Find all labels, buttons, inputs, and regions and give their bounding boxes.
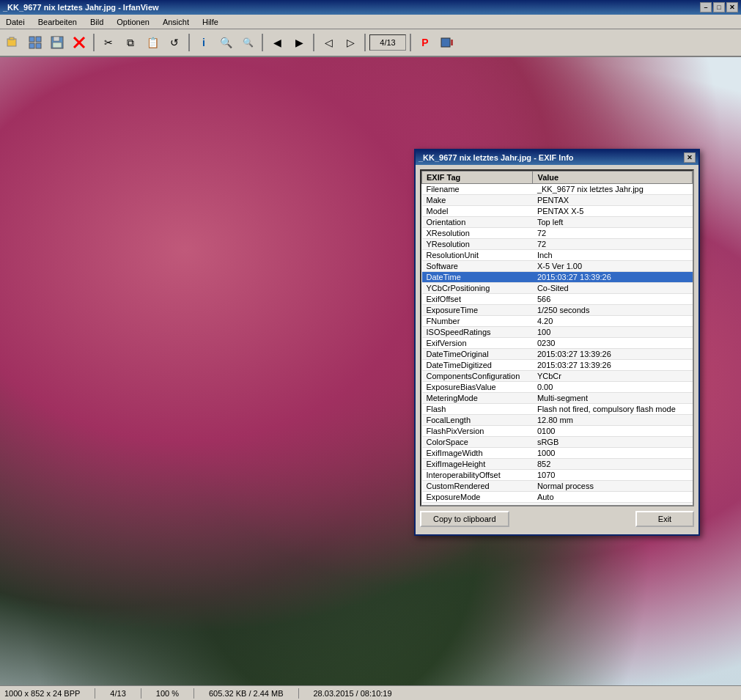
exif-tag-cell: ExifImageWidth — [422, 448, 533, 459]
exif-value-cell: _KK_9677 nix letztes Jahr.jpg — [533, 184, 693, 195]
page-input[interactable] — [369, 34, 406, 51]
cut-button[interactable]: ✂ — [98, 32, 119, 53]
menu-datei[interactable]: Datei — [3, 16, 28, 28]
table-row[interactable]: SoftwareX-5 Ver 1.00 — [422, 261, 693, 272]
exif-tag-cell: Make — [422, 195, 533, 206]
exif-tag-cell: FNumber — [422, 316, 533, 327]
exif-value-cell: 2015:03:27 13:39:26 — [533, 349, 693, 360]
table-row[interactable]: FlashPixVersion0100 — [422, 426, 693, 437]
table-row[interactable]: ExifImageWidth1000 — [422, 448, 693, 459]
exit-button[interactable]: Exit — [635, 511, 694, 527]
table-row[interactable]: DateTimeOriginal2015:03:27 13:39:26 — [422, 349, 693, 360]
next-button[interactable]: ▶ — [289, 32, 309, 53]
exif-value-cell: Normal process — [533, 481, 693, 492]
status-sep-4 — [298, 688, 299, 699]
prev-dir-button[interactable]: ◁ — [318, 32, 339, 53]
exif-buttons-row: Copy to clipboard Exit — [420, 506, 694, 530]
window-title: _KK_9677 nix letztes Jahr.jpg - IrfanVie… — [3, 3, 159, 12]
menu-optionen[interactable]: Optionen — [114, 16, 152, 28]
table-row[interactable]: ColorSpacesRGB — [422, 437, 693, 448]
table-row[interactable]: Filename_KK_9677 nix letztes Jahr.jpg — [422, 184, 693, 195]
exif-table-body: Filename_KK_9677 nix letztes Jahr.jpgMak… — [422, 184, 693, 507]
exif-tag-cell: Model — [422, 206, 533, 217]
exif-value-cell: 2015:03:27 13:39:26 — [533, 360, 693, 371]
svg-rect-5 — [36, 43, 41, 48]
copy-button[interactable]: ⧉ — [120, 32, 141, 53]
table-row[interactable]: YResolution72 — [422, 239, 693, 250]
exif-tag-cell: ExifOffset — [422, 294, 533, 305]
exif-value-cell: sRGB — [533, 437, 693, 448]
exif-tag-cell: YResolution — [422, 239, 533, 250]
exif-dialog-title: _KK_9677 nix letztes Jahr.jpg - EXIF Inf… — [419, 153, 574, 162]
table-row[interactable]: DateTimeDigitized2015:03:27 13:39:26 — [422, 360, 693, 371]
open-button[interactable] — [3, 32, 23, 53]
table-row[interactable]: ModelPENTAX X-5 — [422, 206, 693, 217]
table-row[interactable]: ExposureTime1/250 seconds — [422, 305, 693, 316]
table-row[interactable]: ExifImageHeight852 — [422, 459, 693, 470]
main-image-area: _KK_9677 nix letztes Jahr.jpg - EXIF Inf… — [0, 57, 741, 700]
maximize-button[interactable]: □ — [713, 2, 725, 12]
exif-tag-cell: Software — [422, 261, 533, 272]
table-row[interactable]: ExifOffset566 — [422, 294, 693, 305]
exif-tag-cell: DateTime — [422, 272, 533, 283]
col-tag-header: EXIF Tag — [422, 172, 533, 184]
table-row[interactable]: ISOSpeedRatings100 — [422, 327, 693, 338]
exif-tag-cell: XResolution — [422, 228, 533, 239]
exif-close-button[interactable]: ✕ — [684, 152, 696, 163]
table-row[interactable]: ExposureBiasValue0.00 — [422, 382, 693, 393]
exif-tag-cell: Filename — [422, 184, 533, 195]
exif-value-cell: X-5 Ver 1.00 — [533, 261, 693, 272]
exif-content: EXIF Tag Value Filename_KK_9677 nix letz… — [416, 165, 698, 534]
exif-dialog: _KK_9677 nix letztes Jahr.jpg - EXIF Inf… — [414, 149, 700, 536]
col-value-header: Value — [533, 172, 693, 184]
exif-table-wrapper[interactable]: EXIF Tag Value Filename_KK_9677 nix letz… — [420, 169, 694, 506]
menu-hilfe[interactable]: Hilfe — [199, 16, 221, 28]
menu-bearbeiten[interactable]: Bearbeiten — [35, 16, 80, 28]
zoom-out-button[interactable]: 🔍 — [237, 32, 258, 53]
table-row[interactable]: ExifVersion0230 — [422, 338, 693, 349]
table-row[interactable]: YCbCrPositioningCo-Sited — [422, 283, 693, 294]
toolbar-sep-5 — [364, 34, 366, 51]
info-button[interactable]: i — [193, 32, 214, 53]
toolbar-sep-3 — [262, 34, 263, 51]
delete-button[interactable] — [69, 32, 89, 53]
exif-value-cell: 2015:03:27 13:39:26 — [533, 272, 693, 283]
table-row[interactable]: ExposureModeAuto — [422, 492, 693, 503]
slideshow-button[interactable] — [437, 32, 457, 53]
menu-bild[interactable]: Bild — [87, 16, 106, 28]
menu-ansicht[interactable]: Ansicht — [160, 16, 192, 28]
table-row[interactable]: FlashFlash not fired, compulsory flash m… — [422, 404, 693, 415]
exif-value-cell: 0100 — [533, 426, 693, 437]
thumbnail-button[interactable] — [25, 32, 45, 53]
paste-button[interactable]: 📋 — [142, 32, 163, 53]
next-dir-button[interactable]: ▷ — [340, 32, 361, 53]
save-button[interactable] — [47, 32, 67, 53]
table-row[interactable]: ResolutionUnitInch — [422, 250, 693, 261]
table-row[interactable]: FNumber4.20 — [422, 316, 693, 327]
minimize-button[interactable]: – — [700, 2, 712, 12]
status-bar: 1000 x 852 x 24 BPP 4/13 100 % 605.32 KB… — [0, 685, 741, 700]
exif-tag-cell: DateTimeOriginal — [422, 349, 533, 360]
undo-button[interactable]: ↺ — [164, 32, 185, 53]
exif-tag-cell: ISOSpeedRatings — [422, 327, 533, 338]
table-row[interactable]: FocalLength12.80 mm — [422, 415, 693, 426]
mark-button[interactable]: P — [415, 32, 435, 53]
zoom-in-button[interactable]: 🔍 — [215, 32, 236, 53]
exif-tag-cell: Flash — [422, 404, 533, 415]
table-row[interactable]: InteroperabilityOffset1070 — [422, 470, 693, 481]
copy-to-clipboard-button[interactable]: Copy to clipboard — [420, 511, 509, 527]
exif-tag-cell: ResolutionUnit — [422, 250, 533, 261]
table-row[interactable]: CustomRenderedNormal process — [422, 481, 693, 492]
exif-value-cell: PENTAX X-5 — [533, 206, 693, 217]
table-row[interactable]: OrientationTop left — [422, 217, 693, 228]
table-row[interactable]: MeteringModeMulti-segment — [422, 393, 693, 404]
close-button[interactable]: ✕ — [726, 2, 738, 12]
svg-rect-8 — [53, 43, 62, 48]
exif-tag-cell: YCbCrPositioning — [422, 283, 533, 294]
exif-tag-cell: InteroperabilityOffset — [422, 470, 533, 481]
table-row[interactable]: XResolution72 — [422, 228, 693, 239]
table-row[interactable]: ComponentsConfigurationYCbCr — [422, 371, 693, 382]
table-row[interactable]: DateTime2015:03:27 13:39:26 — [422, 272, 693, 283]
table-row[interactable]: MakePENTAX — [422, 195, 693, 206]
prev-button[interactable]: ◀ — [267, 32, 287, 53]
